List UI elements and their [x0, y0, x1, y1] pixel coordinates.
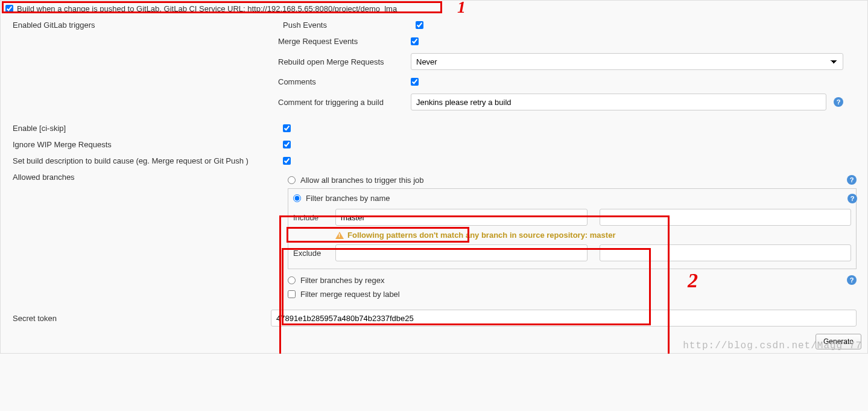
filter-by-name-radio[interactable] — [293, 194, 301, 202]
merge-request-events-checkbox[interactable] — [411, 37, 419, 45]
ci-skip-label: Enable [ci-skip] — [13, 124, 66, 133]
watermark-text: http://blog.csdn.net/Magg 77 — [683, 340, 862, 351]
comment-trigger-label: Comment for triggering a build — [278, 98, 384, 107]
include-label: Include — [293, 213, 335, 222]
allow-all-branches-radio[interactable] — [288, 176, 296, 184]
enabled-triggers-label: Enabled GitLab triggers — [13, 21, 95, 30]
include-input-extra[interactable] — [600, 209, 852, 226]
help-icon[interactable]: ? — [847, 275, 857, 285]
annotation-number-2: 2 — [688, 269, 698, 292]
build-desc-label: Set build description to build cause (eg… — [13, 156, 249, 165]
filter-by-regex-label: Filter branches by regex — [300, 276, 384, 285]
exclude-input[interactable] — [335, 244, 588, 261]
allow-all-branches-label: Allow all branches to trigger this job — [300, 176, 424, 185]
comment-trigger-input[interactable] — [411, 94, 826, 110]
annotation-number-1: 1 — [457, 0, 466, 17]
secret-token-input[interactable] — [271, 310, 857, 327]
warning-icon — [335, 232, 344, 239]
exclude-input-extra[interactable] — [600, 244, 852, 261]
ci-skip-checkbox[interactable] — [283, 124, 291, 132]
rebuild-open-mr-label: Rebuild open Merge Requests — [278, 57, 384, 66]
push-events-checkbox[interactable] — [416, 21, 423, 29]
merge-request-events-label: Merge Request Events — [278, 37, 358, 46]
filter-by-regex-radio[interactable] — [288, 276, 296, 284]
include-input[interactable] — [335, 209, 588, 226]
build-desc-checkbox[interactable] — [283, 157, 291, 165]
ignore-wip-label: Ignore WIP Merge Requests — [13, 140, 112, 149]
build-on-push-label: Build when a change is pushed to GitLab.… — [17, 4, 397, 13]
build-on-push-checkbox[interactable] — [5, 5, 13, 13]
help-icon[interactable]: ? — [834, 97, 843, 107]
filter-by-label-label: Filter merge request by label — [300, 290, 400, 299]
secret-token-label: Secret token — [13, 314, 57, 323]
allowed-branches-label: Allowed branches — [13, 173, 75, 182]
push-events-label: Push Events — [283, 21, 327, 30]
warning-text: Following patterns don't match any branc… — [347, 231, 615, 240]
ignore-wip-checkbox[interactable] — [283, 141, 291, 148]
filter-by-label-checkbox[interactable] — [288, 290, 296, 298]
comments-label: Comments — [278, 77, 316, 86]
help-icon[interactable]: ? — [847, 175, 857, 185]
exclude-label: Exclude — [293, 249, 335, 258]
comments-checkbox[interactable] — [411, 78, 419, 86]
help-icon[interactable]: ? — [847, 194, 857, 203]
rebuild-open-mr-select[interactable]: Never — [411, 53, 843, 70]
filter-by-name-label: Filter branches by name — [306, 194, 390, 203]
